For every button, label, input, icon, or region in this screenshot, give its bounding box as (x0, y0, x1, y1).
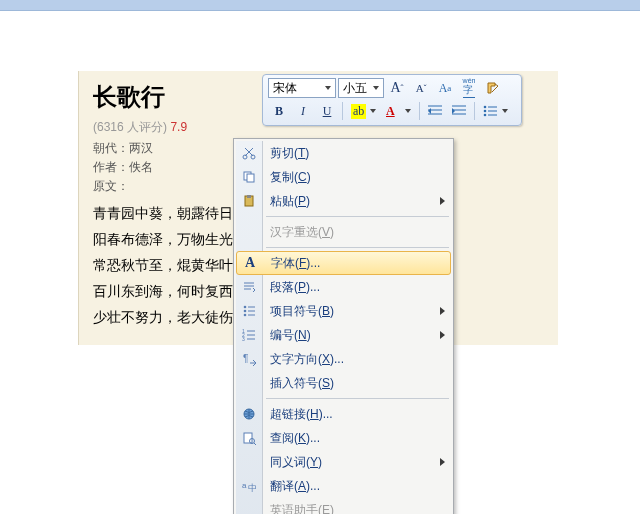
decrease-indent-button[interactable] (424, 101, 446, 121)
menu-item-direction[interactable]: ¶文字方向(X)... (236, 347, 451, 371)
page-margin (0, 11, 640, 71)
svg-rect-8 (247, 195, 251, 198)
menu-item-copy[interactable]: 复制(C) (236, 165, 451, 189)
submenu-arrow-icon (440, 331, 445, 339)
lookup-icon (240, 431, 258, 445)
font-size-select[interactable]: 小五 (338, 78, 384, 98)
context-menu: 剪切(T)复制(C)粘贴(P)汉字重选(V)A字体(F)...段落(P)...项… (233, 138, 454, 514)
svg-rect-17 (244, 433, 252, 443)
menu-item-label: 汉字重选(V) (270, 224, 334, 241)
menu-item-symbol[interactable]: 插入符号(S) (236, 371, 451, 395)
menu-item-engassist: 英语助手(E) (236, 498, 451, 514)
menu-separator (266, 216, 449, 217)
svg-text:a: a (242, 481, 247, 490)
rating-score: 7.9 (170, 120, 187, 134)
svg-point-1 (484, 110, 487, 113)
translate-icon: a中 (240, 479, 258, 493)
menu-separator (266, 398, 449, 399)
change-case-button[interactable]: Aa (434, 78, 456, 98)
menu-item-label: 同义词(Y) (270, 454, 322, 471)
dir-icon: ¶ (240, 352, 258, 366)
menu-item-label: 剪切(T) (270, 145, 309, 162)
highlight-button[interactable]: ab (347, 101, 380, 121)
menu-item-label: 复制(C) (270, 169, 311, 186)
svg-point-10 (244, 310, 247, 313)
font-icon: A (241, 255, 259, 271)
svg-point-0 (484, 106, 487, 109)
underline-button[interactable]: U (316, 101, 338, 121)
svg-point-9 (244, 306, 247, 309)
menu-item-label: 字体(F)... (271, 255, 320, 272)
menu-item-font[interactable]: A字体(F)... (236, 251, 451, 275)
menu-item-cut[interactable]: 剪切(T) (236, 141, 451, 165)
bullets-icon (240, 304, 258, 318)
menu-item-paste[interactable]: 粘贴(P) (236, 189, 451, 213)
font-name-select[interactable]: 宋体 (268, 78, 336, 98)
phonetic-guide-button[interactable]: wén字 (458, 78, 480, 98)
bold-button[interactable]: B (268, 101, 290, 121)
svg-text:3: 3 (242, 336, 245, 342)
menu-item-paragraph[interactable]: 段落(P)... (236, 275, 451, 299)
menu-item-label: 编号(N) (270, 327, 311, 344)
cut-icon (240, 146, 258, 160)
format-painter-button[interactable] (482, 78, 504, 98)
menu-item-thesaurus[interactable]: 同义词(Y) (236, 450, 451, 474)
menu-item-hyperlink[interactable]: 超链接(H)... (236, 402, 451, 426)
shrink-font-button[interactable]: Aˇ (410, 78, 432, 98)
menu-separator (266, 247, 449, 248)
italic-button[interactable]: I (292, 101, 314, 121)
menu-item-label: 插入符号(S) (270, 375, 334, 392)
svg-point-2 (484, 114, 487, 117)
increase-indent-button[interactable] (448, 101, 470, 121)
menu-item-reselect: 汉字重选(V) (236, 220, 451, 244)
svg-text:中: 中 (248, 483, 256, 493)
menu-item-label: 粘贴(P) (270, 193, 310, 210)
copy-icon (240, 170, 258, 184)
submenu-arrow-icon (440, 307, 445, 315)
submenu-arrow-icon (440, 458, 445, 466)
menu-item-label: 文字方向(X)... (270, 351, 344, 368)
menu-item-label: 项目符号(B) (270, 303, 334, 320)
rating-count: (6316 人评分) (93, 120, 167, 134)
svg-rect-6 (247, 174, 254, 182)
para-icon (240, 280, 258, 294)
grow-font-button[interactable]: Aˆ (386, 78, 408, 98)
menu-item-bullets[interactable]: 项目符号(B) (236, 299, 451, 323)
menu-item-label: 段落(P)... (270, 279, 320, 296)
menu-item-lookup[interactable]: 查阅(K)... (236, 426, 451, 450)
numbering-icon: 123 (240, 328, 258, 342)
svg-point-11 (244, 314, 247, 317)
app-title-bar (0, 0, 640, 11)
paste-icon (240, 194, 258, 208)
svg-text:¶: ¶ (243, 353, 248, 364)
menu-item-translate[interactable]: a中翻译(A)... (236, 474, 451, 498)
menu-item-label: 查阅(K)... (270, 430, 320, 447)
menu-item-label: 翻译(A)... (270, 478, 320, 495)
link-icon (240, 407, 258, 421)
menu-item-numbering[interactable]: 123编号(N) (236, 323, 451, 347)
menu-item-label: 英语助手(E) (270, 502, 334, 515)
mini-toolbar: 宋体 小五 Aˆ Aˇ Aa wén字 B I U ab A (262, 74, 522, 126)
menu-item-label: 超链接(H)... (270, 406, 333, 423)
bullets-button[interactable] (479, 101, 512, 121)
font-color-button[interactable]: A (382, 101, 415, 121)
submenu-arrow-icon (440, 197, 445, 205)
